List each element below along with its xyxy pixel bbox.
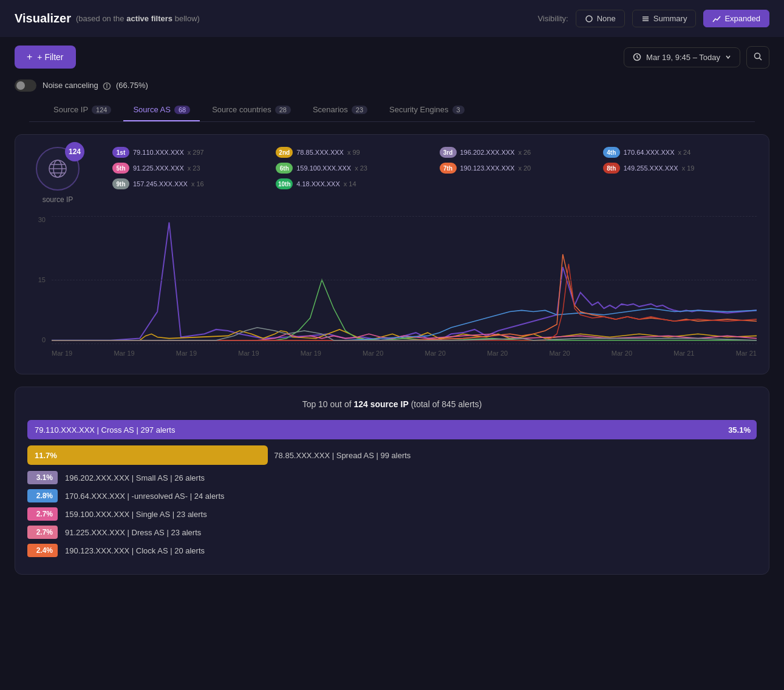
header: Visualizer (based on the active filters … (0, 0, 784, 37)
date-range-label: Mar 19, 9:45 – Today (646, 53, 720, 62)
bar-1-label: 79.110.XXX.XXX | Cross AS | 297 alerts (27, 425, 176, 435)
chevron-down-icon (725, 54, 731, 60)
tab-source-countries[interactable]: Source countries 28 (202, 99, 301, 121)
bar-1-container: 79.110.XXX.XXX | Cross AS | 297 alerts 3… (27, 420, 757, 439)
visibility-none-button[interactable]: None (576, 10, 625, 27)
tab-source-countries-badge: 28 (275, 106, 291, 114)
tab-source-as[interactable]: Source AS 68 (123, 99, 200, 121)
x-label-3: Mar 19 (238, 350, 259, 357)
chart-canvas (52, 216, 757, 343)
bottom-panel: Top 10 out of 124 source IP (total of 84… (15, 387, 769, 575)
ip-entry-3: 3rd 196.202.XXX.XXX x 26 (440, 147, 593, 158)
small-bar-row-1: 3.1% 196.202.XXX.XXX | Small AS | 26 ale… (27, 471, 757, 484)
small-bar-desc-3: 159.100.XXX.XXX | Single AS | 23 alerts (65, 510, 207, 519)
small-bar-desc-4: 91.225.XXX.XXX | Dress AS | 23 alerts (65, 528, 201, 537)
visibility-group: Visibility: None Summary Expanded (537, 10, 769, 27)
circle-icon (585, 15, 593, 23)
x-label-5: Mar 20 (363, 350, 383, 357)
svg-line-6 (760, 58, 762, 60)
small-bar-pct-2: 2.8% (27, 489, 58, 502)
small-bar-desc-1: 196.202.XXX.XXX | Small AS | 26 alerts (65, 473, 205, 482)
tab-source-ip-badge: 124 (92, 106, 111, 114)
rank-badge-3: 3rd (440, 147, 457, 158)
bar-row-1: 79.110.XXX.XXX | Cross AS | 297 alerts 3… (27, 420, 757, 439)
x-label-8: Mar 20 (549, 350, 570, 357)
ip-entry-9: 9th 157.245.XXX.XXX x 16 (112, 178, 266, 189)
bar-1-pct: 35.1% (728, 425, 751, 435)
zoom-button[interactable] (746, 46, 769, 69)
x-label-9: Mar 20 (612, 350, 632, 357)
visibility-expanded-button[interactable]: Expanded (703, 10, 769, 27)
ip-icon-wrapper: 124 (36, 147, 80, 191)
small-bar-pct-1: 3.1% (27, 471, 58, 484)
small-bar-desc-2: 170.64.XXX.XXX | -unresolved AS- | 24 al… (65, 492, 225, 501)
globe-icon (47, 158, 69, 180)
bar-2-container: 11.7% (27, 445, 268, 465)
tab-source-ip[interactable]: Source IP 124 (44, 99, 121, 121)
ip-entry-2: 2nd 78.85.XXX.XXX x 99 (276, 147, 429, 158)
svg-point-0 (586, 16, 592, 22)
tab-scenarios[interactable]: Scenarios 23 (303, 99, 377, 121)
rank-badge-5: 5th (112, 163, 129, 174)
header-subtitle: (based on the active filters bellow) (76, 14, 200, 23)
noise-row: Noise canceling (66.75%) (0, 77, 784, 99)
toggle-thumb (16, 81, 25, 90)
svg-point-9 (107, 84, 107, 85)
y-label-0: 0 (42, 336, 46, 343)
title-text: Visualizer (15, 12, 71, 25)
rank-badge-9: 9th (112, 178, 129, 189)
rank-badge-7: 7th (440, 163, 457, 174)
visibility-summary-button[interactable]: Summary (632, 10, 697, 27)
filter-button[interactable]: + + Filter (15, 46, 76, 69)
ip-entry-10: 10th 4.18.XXX.XXX x 14 (276, 178, 429, 189)
tab-scenarios-badge: 23 (352, 106, 367, 114)
info-icon (103, 82, 111, 90)
tab-security-engines-badge: 3 (452, 106, 465, 114)
x-label-7: Mar 20 (487, 350, 508, 357)
main-panel: 124 source IP 1st 79.110.XXX.XXX x 297 2… (15, 134, 769, 374)
bar-2-label: 78.85.XXX.XXX | Spread AS | 99 alerts (274, 451, 480, 460)
ip-entry-8: 8th 149.255.XXX.XXX x 19 (603, 163, 757, 174)
bottom-title: Top 10 out of 124 source IP (total of 84… (27, 399, 757, 409)
chart-y-labels: 30 15 0 (27, 216, 49, 343)
svg-point-5 (755, 53, 760, 58)
noise-label: Noise canceling (66.75%) (43, 81, 148, 90)
tab-security-engines[interactable]: Security Engines 3 (380, 99, 474, 121)
ip-entry-5: 5th 91.225.XXX.XXX x 23 (112, 163, 266, 174)
chart-area: 30 15 0 (27, 216, 757, 362)
x-label-10: Mar 21 (673, 350, 694, 357)
x-label-0: Mar 19 (52, 350, 72, 357)
bar-row-2: 11.7% 78.85.XXX.XXX | Spread AS | 99 ale… (27, 445, 757, 465)
small-bar-pct-3: 2.7% (27, 507, 58, 521)
bars-icon (641, 15, 650, 23)
ip-count-badge: 124 (65, 142, 84, 161)
ip-entry-4: 4th 170.64.XXX.XXX x 24 (603, 147, 757, 158)
visibility-label: Visibility: (537, 14, 568, 23)
ip-label: source IP (43, 195, 73, 204)
rank-badge-1: 1st (112, 147, 129, 158)
rank-badge-8: 8th (603, 163, 620, 174)
small-bar-row-4: 2.7% 91.225.XXX.XXX | Dress AS | 23 aler… (27, 526, 757, 539)
tab-source-as-badge: 68 (174, 106, 190, 114)
tabs-container: Source IP 124 Source AS 68 Source countr… (0, 99, 784, 122)
grid-line-mid (52, 280, 757, 280)
x-label-11: Mar 21 (736, 350, 757, 357)
bar-2-pct: 11.7% (27, 451, 57, 460)
x-label-2: Mar 19 (176, 350, 197, 357)
noise-toggle[interactable] (15, 79, 36, 92)
search-icon (753, 52, 763, 61)
rank-badge-6: 6th (276, 163, 293, 174)
date-range-button[interactable]: Mar 19, 9:45 – Today (624, 47, 740, 67)
rank-badge-4: 4th (603, 147, 620, 158)
small-bar-desc-5: 190.123.XXX.XXX | Clock AS | 20 alerts (65, 546, 205, 555)
small-bar-pct-4: 2.7% (27, 526, 58, 539)
ip-grid: 1st 79.110.XXX.XXX x 297 2nd 78.85.XXX.X… (112, 147, 757, 189)
small-bar-pct-5: 2.4% (27, 544, 58, 557)
expanded-label: Expanded (724, 14, 760, 23)
x-label-1: Mar 19 (114, 350, 134, 357)
x-label-6: Mar 20 (425, 350, 446, 357)
y-label-30: 30 (38, 216, 46, 223)
summary-label: Summary (653, 14, 687, 23)
ip-entry-6: 6th 159.100.XXX.XXX x 23 (276, 163, 429, 174)
ip-entry-7: 7th 190.123.XXX.XXX x 20 (440, 163, 593, 174)
